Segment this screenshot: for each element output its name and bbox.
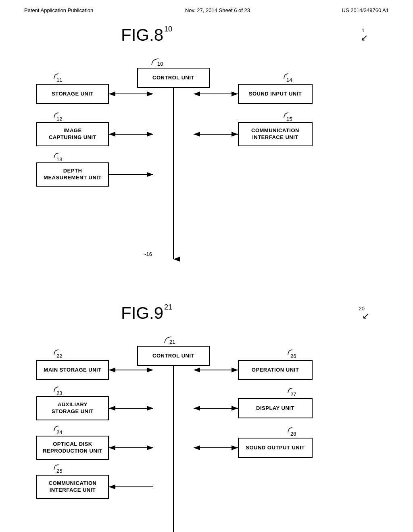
fig8-diagram: CONTROL UNIT 10 STORAGE UNIT 11 IMAGE CA…	[24, 54, 389, 291]
fig9-operation-box: OPERATION UNIT	[238, 360, 313, 380]
fig8-bus-ref: ~16	[143, 251, 152, 257]
fig8-sound-input-box: SOUND INPUT UNIT	[238, 84, 313, 104]
fig8-comm-interface-box: COMMUNICATION INTERFACE UNIT	[238, 122, 313, 146]
fig9-display-box: DISPLAY UNIT	[238, 398, 313, 418]
fig8-device-arrow: ↙	[361, 33, 368, 43]
page-header: Patent Application Publication Nov. 27, …	[0, 0, 413, 17]
fig8-image-capturing-box: IMAGE CAPTURING UNIT	[36, 122, 109, 146]
fig9-sound-output-box: SOUND OUTPUT UNIT	[238, 438, 313, 458]
fig9-ref: 21	[164, 303, 172, 311]
fig8-depth-measurement-box: DEPTH MEASUREMENT UNIT	[36, 162, 109, 187]
fig9-optical-disk-box: OPTICAL DISK REPRODUCTION UNIT	[36, 436, 109, 460]
header-middle: Nov. 27, 2014 Sheet 6 of 23	[185, 7, 250, 13]
header-left: Patent Application Publication	[24, 7, 93, 13]
fig8-ref: 10	[164, 25, 172, 33]
fig9-label: FIG.921	[121, 303, 171, 323]
fig8-ctrl-arrow-svg	[148, 57, 161, 69]
fig9-comm-interface-box: COMMUNICATION INTERFACE UNIT	[36, 475, 109, 499]
fig8-storage-unit-box: STORAGE UNIT	[36, 84, 109, 104]
diagram-area: FIG.810 1 ↙	[0, 17, 413, 532]
fig8-control-unit-box: CONTROL UNIT	[137, 68, 210, 88]
header-right: US 2014/349760 A1	[342, 7, 389, 13]
fig9-device-arrow: ↙	[362, 311, 369, 321]
fig9-main-storage-box: MAIN STORAGE UNIT	[36, 360, 109, 380]
fig9-control-unit-box: CONTROL UNIT	[137, 346, 210, 366]
fig9-diagram: CONTROL UNIT 21 MAIN STORAGE UNIT 22 AUX…	[24, 332, 389, 532]
fig9-aux-storage-box: AUXILIARY STORAGE UNIT	[36, 396, 109, 420]
fig8-label: FIG.810	[121, 25, 171, 45]
